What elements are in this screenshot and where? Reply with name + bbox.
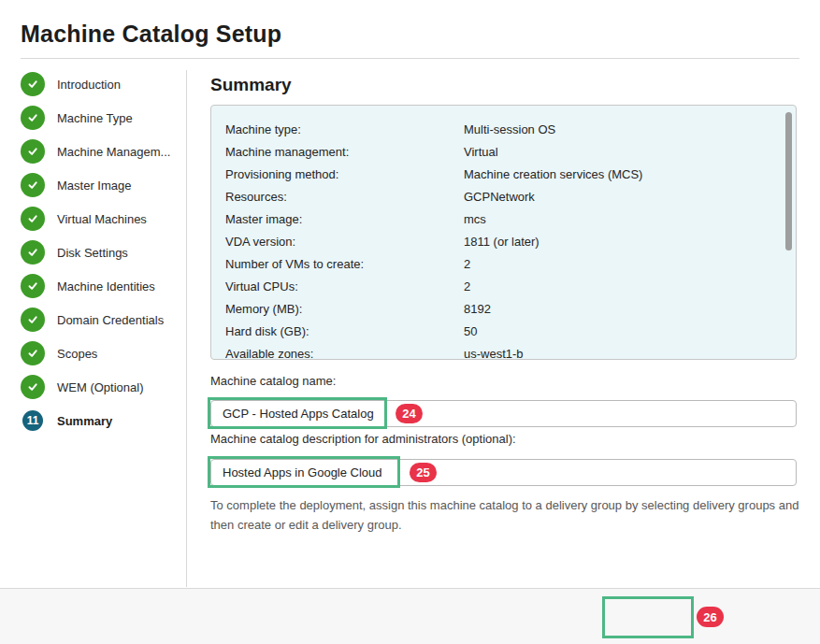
check-icon (21, 308, 45, 332)
sidebar-step-label: Virtual Machines (57, 212, 147, 226)
catalog-name-input[interactable] (210, 400, 797, 427)
check-icon (21, 72, 45, 96)
step-icon-box (21, 341, 45, 365)
step-icon-box (21, 207, 45, 231)
summary-row: Hard disk (GB): 50 (225, 320, 796, 342)
summary-row: Available zones: us-west1-b (225, 342, 796, 360)
summary-row: Machine type: Multi-session OS (225, 118, 796, 140)
step-icon-box (21, 308, 45, 332)
summary-row: Number of VMs to create: 2 (225, 252, 796, 275)
sidebar-step-label: Disk Settings (57, 246, 128, 260)
wizard-steps-nav: Introduction Machine Type (21, 67, 180, 437)
summary-row-value: 8192 (464, 302, 796, 316)
sidebar-step-disk-settings[interactable]: Disk Settings (21, 236, 180, 269)
sidebar-step-label: Machine Managem... (57, 145, 170, 159)
sidebar-step-scopes[interactable]: Scopes (21, 336, 180, 370)
summary-row: Machine management: Virtual (225, 140, 796, 163)
summary-row: Master image: mcs (225, 208, 796, 230)
catalog-description-input[interactable] (210, 459, 797, 486)
step-icon-box (21, 106, 45, 130)
summary-panel: Machine type: Multi-session OS Machine m… (210, 105, 797, 360)
sidebar-step-wem-optional[interactable]: WEM (Optional) (21, 370, 180, 404)
summary-row-label: Machine type: (225, 122, 464, 136)
step-icon-box (21, 173, 45, 197)
step-icon-box (21, 375, 45, 399)
summary-row: Provisioning method: Machine creation se… (225, 163, 796, 185)
sidebar-step-machine-identities[interactable]: Machine Identities (21, 269, 180, 303)
summary-row-value: 2 (464, 279, 796, 293)
sidebar-step-machine-managem[interactable]: Machine Managem... (21, 135, 180, 168)
summary-row-label: Hard disk (GB): (225, 324, 464, 338)
check-icon (21, 173, 45, 197)
summary-row-value: 1811 (or later) (464, 235, 796, 249)
step-number-badge: 11 (22, 410, 43, 431)
summary-row-label: Virtual CPUs: (225, 279, 464, 293)
summary-row-label: Provisioning method: (225, 167, 464, 181)
sidebar-step-summary[interactable]: 11 Summary (21, 404, 180, 437)
sidebar-step-label: Machine Identities (57, 279, 155, 293)
summary-row-label: Number of VMs to create: (225, 257, 464, 271)
scrollbar-thumb[interactable] (785, 112, 792, 250)
summary-row-value: GCPNetwork (464, 190, 796, 204)
check-icon (21, 106, 45, 130)
summary-row: Virtual CPUs: 2 (225, 275, 796, 297)
summary-row: Resources: GCPNetwork (225, 185, 796, 208)
summary-row-value: 50 (464, 324, 796, 338)
sidebar-step-virtual-machines[interactable]: Virtual Machines (21, 202, 180, 236)
page-title: Machine Catalog Setup (21, 21, 281, 48)
summary-row-value: Virtual (464, 145, 796, 159)
deployment-note: To complete the deployment, assign this … (210, 495, 816, 535)
sidebar-step-label: Master Image (57, 179, 131, 193)
step-icon-box: 11 (21, 408, 45, 433)
summary-row-value: us-west1-b (464, 347, 796, 361)
catalog-name-label: Machine catalog name: (210, 374, 336, 388)
summary-row-value: Multi-session OS (464, 122, 796, 136)
sidebar-step-label: Introduction (57, 78, 121, 92)
summary-row-value: mcs (464, 212, 796, 226)
footer-bar: Back Finish Cancel (0, 588, 820, 644)
summary-row-value: 2 (464, 257, 796, 271)
summary-row-label: Resources: (225, 190, 464, 204)
summary-row-label: VDA version: (225, 235, 464, 249)
sidebar-step-domain-credentials[interactable]: Domain Credentials (21, 303, 180, 336)
summary-row: Memory (MB): 8192 (225, 297, 796, 320)
check-icon (21, 240, 45, 265)
check-icon (21, 207, 45, 231)
check-icon (21, 274, 45, 298)
step-icon-box (21, 274, 45, 298)
title-divider (21, 58, 799, 59)
summary-row: VDA version: 1811 (or later) (225, 230, 796, 252)
catalog-description-label: Machine catalog description for administ… (210, 432, 516, 446)
sidebar-divider (186, 70, 187, 587)
check-icon (21, 139, 45, 164)
sidebar-step-label: Domain Credentials (57, 313, 164, 327)
step-icon-box (21, 240, 45, 265)
sidebar-step-label: Machine Type (57, 111, 133, 125)
sidebar-step-master-image[interactable]: Master Image (21, 168, 180, 202)
summary-row-label: Available zones: (225, 347, 464, 361)
sidebar-step-label: WEM (Optional) (57, 380, 143, 394)
sidebar-step-label: Summary (57, 414, 112, 428)
machine-catalog-setup-window: Machine Catalog Setup Introduction (0, 0, 820, 644)
summary-row-label: Master image: (225, 212, 464, 226)
sidebar-step-label: Scopes (57, 347, 97, 361)
sidebar-step-machine-type[interactable]: Machine Type (21, 101, 180, 135)
check-icon (21, 375, 45, 399)
summary-row-label: Memory (MB): (225, 302, 464, 316)
step-icon-box (21, 139, 45, 164)
summary-heading: Summary (210, 75, 292, 95)
summary-row-value: Machine creation services (MCS) (464, 167, 796, 181)
sidebar-step-introduction[interactable]: Introduction (21, 67, 180, 101)
step-icon-box (21, 72, 45, 96)
summary-row-label: Machine management: (225, 145, 464, 159)
check-icon (21, 341, 45, 365)
